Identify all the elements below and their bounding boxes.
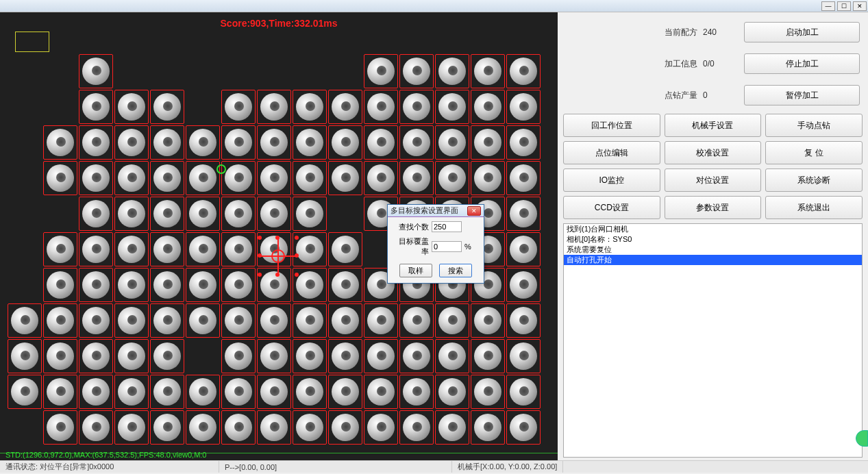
side-tab-icon[interactable] [856, 430, 868, 447]
detected-object [364, 375, 398, 409]
detected-object [257, 303, 291, 338]
find-count-input[interactable] [432, 221, 462, 232]
detected-object [328, 90, 362, 124]
detected-object [79, 339, 113, 373]
detected-object [399, 161, 434, 195]
detected-object [399, 375, 434, 409]
detected-object [364, 339, 398, 373]
detected-object [221, 339, 256, 373]
panel-button-10[interactable]: 参数设置 [665, 196, 762, 219]
detected-object [186, 303, 220, 338]
detected-object [293, 410, 327, 445]
detected-object [150, 410, 184, 445]
log-line[interactable]: 系统需要复位 [564, 245, 862, 255]
detected-object [43, 161, 77, 195]
log-line[interactable]: 自动打孔开始 [564, 255, 862, 265]
detected-object [364, 90, 398, 124]
panel-button-4[interactable]: 校准设置 [665, 141, 762, 164]
panel-button-1[interactable]: 机械手设置 [665, 114, 762, 137]
detected-object [79, 268, 113, 302]
minimize-button[interactable]: — [821, 1, 835, 11]
panel-button-7[interactable]: 对位设置 [665, 169, 762, 192]
search-button[interactable]: 搜索 [439, 264, 472, 277]
detected-object [221, 197, 256, 231]
panel-button-2[interactable]: 手动点钻 [765, 114, 863, 137]
dialog-close-button[interactable]: ✕ [467, 206, 481, 216]
detected-object [114, 161, 149, 195]
detected-object [364, 125, 398, 160]
detected-object [79, 232, 113, 266]
detected-object [293, 339, 327, 373]
detected-object [257, 125, 291, 160]
detected-object [506, 339, 541, 373]
panel-button-6[interactable]: IO监控 [563, 169, 660, 192]
detected-object [150, 303, 184, 338]
panel-button-9[interactable]: CCD设置 [563, 196, 660, 219]
detected-object [221, 268, 256, 302]
sample-button[interactable]: 取样 [399, 264, 432, 277]
detected-object [8, 375, 42, 409]
detected-object [435, 161, 469, 195]
recipe-value: 240 [703, 27, 744, 37]
panel-button-5[interactable]: 复 位 [765, 141, 863, 164]
detected-object [328, 232, 362, 266]
detected-object [186, 232, 220, 266]
detected-object [435, 125, 469, 160]
detected-object [435, 54, 469, 88]
start-processing-button[interactable]: 启动加工 [744, 22, 860, 42]
detected-object [79, 54, 113, 88]
coverage-unit: % [464, 242, 471, 251]
detected-object [435, 90, 469, 124]
panel-button-11[interactable]: 系统退出 [765, 196, 863, 219]
detected-object [293, 303, 327, 338]
detected-object [221, 161, 256, 195]
log-panel[interactable]: 找到(1)台网口相机相机[0]名称：SYS0系统需要复位自动打孔开始 [563, 223, 863, 458]
right-panel: 当前配方 240 启动加工 加工信息 0/0 停止加工 点钻产量 0 暂停加工 … [558, 12, 868, 460]
pause-processing-button[interactable]: 暂停加工 [744, 85, 860, 105]
detected-object [221, 303, 256, 338]
stop-processing-button[interactable]: 停止加工 [744, 53, 860, 74]
detected-object [150, 197, 184, 231]
detected-object [399, 303, 434, 338]
detected-object [328, 125, 362, 160]
detected-object [114, 268, 149, 302]
detected-object [506, 197, 541, 231]
coverage-input[interactable] [432, 241, 462, 252]
detected-object [471, 54, 505, 88]
detected-object [221, 125, 256, 160]
panel-button-0[interactable]: 回工作位置 [563, 114, 660, 137]
detected-object [114, 125, 149, 160]
detected-object [328, 410, 362, 445]
detected-object [471, 303, 505, 338]
button-grid: 回工作位置机械手设置手动点钻点位编辑校准设置复 位IO监控对位设置系统诊断CCD… [562, 111, 864, 223]
detected-object [506, 90, 541, 124]
detected-object [293, 125, 327, 160]
detected-object [435, 303, 469, 338]
detected-object [186, 161, 220, 195]
yield-value: 0 [703, 90, 744, 100]
detected-object [399, 54, 434, 88]
detected-object [471, 375, 505, 409]
detected-object [114, 303, 149, 338]
detected-object [471, 161, 505, 195]
detected-object [399, 90, 434, 124]
close-button[interactable]: ✕ [853, 1, 867, 11]
detected-object [399, 410, 434, 445]
processing-info-value: 0/0 [703, 59, 744, 68]
detected-object [79, 90, 113, 124]
log-line[interactable]: 找到(1)台网口相机 [564, 224, 862, 234]
detected-object [506, 268, 541, 302]
roi-rect [15, 32, 49, 52]
detected-object [257, 197, 291, 231]
processing-info-label: 加工信息 [566, 58, 703, 70]
maximize-button[interactable]: ☐ [837, 1, 851, 11]
log-line[interactable]: 相机[0]名称：SYS0 [564, 234, 862, 245]
detected-object [8, 303, 42, 338]
panel-button-3[interactable]: 点位编辑 [563, 141, 660, 164]
panel-button-8[interactable]: 系统诊断 [765, 169, 863, 192]
detected-object [364, 54, 398, 88]
detected-object [79, 410, 113, 445]
crosshair-target-icon [260, 238, 296, 274]
detected-object [328, 303, 362, 338]
detected-object [43, 410, 77, 445]
